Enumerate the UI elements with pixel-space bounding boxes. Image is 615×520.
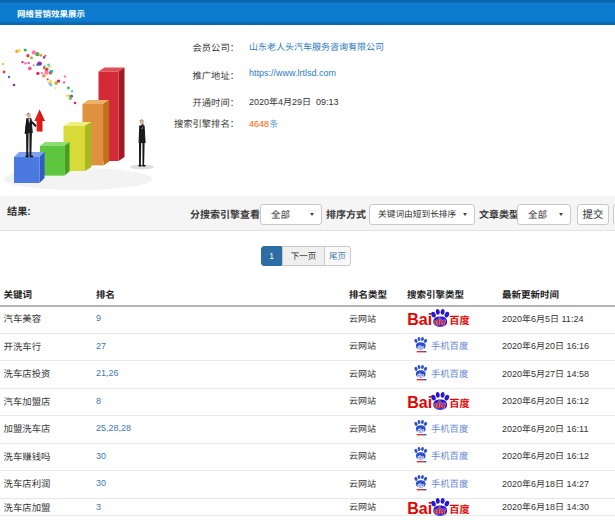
svg-text:Bai: Bai [407,393,432,409]
svg-text:百度: 百度 [449,395,469,410]
svg-text:手机百度: 手机百度 [431,338,468,352]
svg-text:du: du [434,400,445,410]
svg-text:手机百度: 手机百度 [431,476,468,490]
svg-text:du: du [434,506,445,516]
svg-text:百度: 百度 [449,501,469,516]
svg-text:Bai: Bai [407,311,432,327]
svg-text:du: du [417,481,424,487]
svg-text:du: du [434,318,445,328]
svg-text:du: du [417,454,424,460]
svg-text:du: du [417,426,424,432]
svg-text:Bai: Bai [407,499,432,515]
svg-text:手机百度: 手机百度 [431,366,468,380]
svg-text:手机百度: 手机百度 [431,421,468,435]
svg-text:百度: 百度 [449,312,469,327]
svg-text:手机百度: 手机百度 [431,448,468,462]
svg-text:du: du [417,344,424,350]
svg-text:du: du [417,371,424,377]
